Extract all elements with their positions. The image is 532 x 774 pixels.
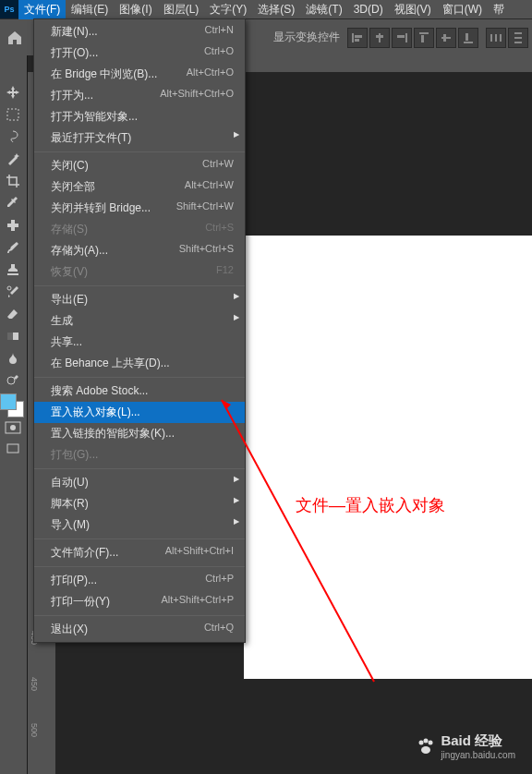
color-swatches[interactable] xyxy=(0,393,24,417)
marquee-tool-icon[interactable] xyxy=(0,103,26,126)
align-middle-icon[interactable] xyxy=(436,28,456,48)
align-center-h-icon[interactable] xyxy=(369,28,390,48)
eyedropper-tool-icon[interactable] xyxy=(0,192,26,214)
menu-item[interactable]: 在 Bridge 中浏览(B)...Alt+Ctrl+O xyxy=(34,64,245,85)
svg-rect-24 xyxy=(7,333,13,340)
menu-item[interactable]: 关闭全部Alt+Ctrl+W xyxy=(34,176,245,198)
ps-logo: Ps xyxy=(0,0,18,18)
menu-item[interactable]: 导入(M)▶ xyxy=(34,514,245,536)
move-tool-icon[interactable] xyxy=(0,81,26,103)
distribute-v-icon[interactable] xyxy=(508,28,528,48)
menu-item[interactable]: 共享... xyxy=(34,332,245,353)
menu-item[interactable]: 打开为...Alt+Shift+Ctrl+O xyxy=(34,85,245,106)
align-right-icon[interactable] xyxy=(392,28,412,48)
svg-rect-1 xyxy=(355,35,362,38)
transform-label: 显示变换控件 xyxy=(273,30,340,45)
menu-select[interactable]: 选择(S) xyxy=(252,0,300,19)
canvas-document[interactable] xyxy=(244,236,532,679)
menu-item[interactable]: 存储为(A)...Shift+Ctrl+S xyxy=(34,240,245,261)
distribute-icons xyxy=(486,28,528,48)
svg-rect-0 xyxy=(352,33,354,42)
watermark: Baid 经验 jingyan.baidu.com xyxy=(415,732,515,760)
watermark-url: jingyan.baidu.com xyxy=(441,750,515,760)
menu-item[interactable]: 脚本(R)▶ xyxy=(34,493,245,514)
screen-mode-icon[interactable] xyxy=(0,438,26,460)
menu-file[interactable]: 文件(F) xyxy=(18,0,66,19)
menu-item[interactable]: 打印(P)...Ctrl+P xyxy=(34,570,245,591)
svg-rect-6 xyxy=(397,35,405,38)
menu-item[interactable]: 关闭(C)Ctrl+W xyxy=(34,155,245,176)
quick-mask-icon[interactable] xyxy=(0,417,26,438)
align-left-icon[interactable] xyxy=(347,28,368,48)
menu-help[interactable]: 帮 xyxy=(488,0,510,19)
svg-rect-10 xyxy=(443,34,446,42)
menu-3d[interactable]: 3D(D) xyxy=(348,1,389,18)
home-icon[interactable] xyxy=(4,27,26,49)
menu-item[interactable]: 置入链接的智能对象(K)... xyxy=(34,423,245,444)
paw-icon xyxy=(415,735,437,757)
svg-point-34 xyxy=(421,746,430,754)
align-icons xyxy=(347,28,478,48)
menu-item[interactable]: 退出(X)Ctrl+Q xyxy=(34,619,245,640)
eraser-tool-icon[interactable] xyxy=(0,303,26,325)
menu-image[interactable]: 图像(I) xyxy=(114,0,157,19)
lasso-tool-icon[interactable] xyxy=(0,126,26,148)
menu-edit[interactable]: 编辑(E) xyxy=(66,0,114,19)
menu-item[interactable]: 生成▶ xyxy=(34,310,245,332)
menu-layer[interactable]: 图层(L) xyxy=(158,0,205,19)
fg-color-swatch[interactable] xyxy=(0,393,17,410)
dodge-tool-icon[interactable] xyxy=(0,369,26,392)
menu-item[interactable]: 文件简介(F)...Alt+Shift+Ctrl+I xyxy=(34,542,245,563)
blur-tool-icon[interactable] xyxy=(0,347,26,369)
svg-rect-2 xyxy=(355,39,359,42)
menu-filter[interactable]: 滤镜(T) xyxy=(300,0,347,19)
menu-item[interactable]: 最近打开文件(T)▶ xyxy=(34,127,245,149)
menu-item[interactable]: 新建(N)...Ctrl+N xyxy=(34,21,245,42)
align-bottom-icon[interactable] xyxy=(458,28,478,48)
menu-item[interactable]: 打开(O)...Ctrl+O xyxy=(34,42,245,64)
brush-tool-icon[interactable] xyxy=(0,236,26,259)
gradient-tool-icon[interactable] xyxy=(0,325,26,347)
align-top-icon[interactable] xyxy=(414,28,434,48)
svg-rect-18 xyxy=(514,42,522,43)
svg-rect-14 xyxy=(495,34,497,42)
annotation-text: 文件—置入嵌入对象 xyxy=(296,494,445,516)
crop-tool-icon[interactable] xyxy=(0,170,26,192)
svg-rect-21 xyxy=(11,220,15,231)
svg-rect-11 xyxy=(464,42,473,43)
menu-item[interactable]: 在 Behance 上共享(D)... xyxy=(34,353,245,374)
menu-item: 恢复(V)F12 xyxy=(34,261,245,283)
svg-rect-4 xyxy=(376,35,383,38)
distribute-h-icon[interactable] xyxy=(486,28,506,48)
menu-item: 打包(G)... xyxy=(34,444,245,466)
menu-window[interactable]: 窗口(W) xyxy=(437,0,488,19)
svg-point-32 xyxy=(424,739,429,744)
stamp-tool-icon[interactable] xyxy=(0,259,26,281)
svg-point-31 xyxy=(419,741,424,745)
menu-item[interactable]: 自动(U)▶ xyxy=(34,472,245,493)
svg-rect-16 xyxy=(514,32,522,34)
svg-point-25 xyxy=(7,377,15,384)
menu-item[interactable]: 打开为智能对象... xyxy=(34,106,245,127)
svg-rect-5 xyxy=(405,33,407,42)
svg-rect-28 xyxy=(7,444,18,453)
menu-view[interactable]: 视图(V) xyxy=(389,0,437,19)
svg-point-27 xyxy=(10,425,16,430)
watermark-brand: Baid 经验 xyxy=(441,732,515,750)
history-brush-icon[interactable] xyxy=(0,281,26,303)
svg-rect-17 xyxy=(514,37,522,39)
menu-type[interactable]: 文字(Y) xyxy=(204,0,252,19)
menu-item[interactable]: 关闭并转到 Bridge...Shift+Ctrl+W xyxy=(34,198,245,219)
file-menu-dropdown: 新建(N)...Ctrl+N打开(O)...Ctrl+O在 Bridge 中浏览… xyxy=(33,18,246,643)
menu-item[interactable]: 导出(E)▶ xyxy=(34,289,245,310)
menu-item[interactable]: 打印一份(Y)Alt+Shift+Ctrl+P xyxy=(34,591,245,612)
menu-item[interactable]: 搜索 Adobe Stock... xyxy=(34,381,245,402)
svg-point-22 xyxy=(7,286,11,290)
menubar: Ps 文件(F) 编辑(E) 图像(I) 图层(L) 文字(Y) 选择(S) 滤… xyxy=(0,0,532,18)
menu-item: 存储(S)Ctrl+S xyxy=(34,219,245,240)
wand-tool-icon[interactable] xyxy=(0,148,26,170)
healing-tool-icon[interactable] xyxy=(0,214,26,236)
svg-rect-8 xyxy=(421,35,424,42)
svg-rect-15 xyxy=(500,34,502,42)
menu-item[interactable]: 置入嵌入对象(L)... xyxy=(34,402,245,423)
